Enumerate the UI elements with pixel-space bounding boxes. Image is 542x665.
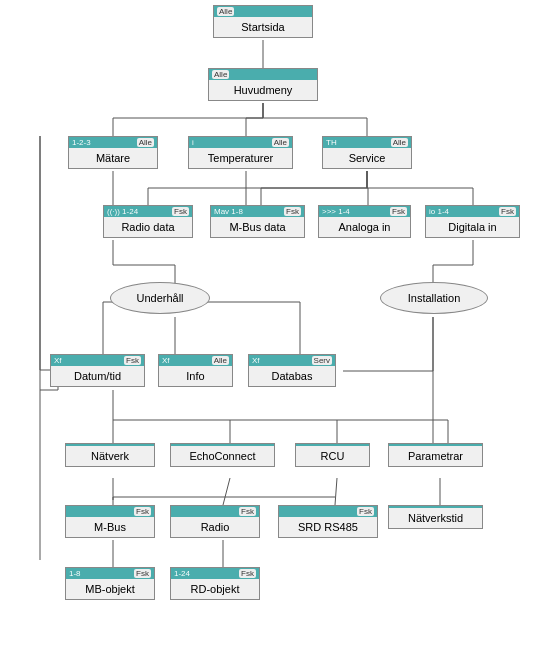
mb-objekt-right: Fsk [134,569,151,578]
rd-objekt-left: 1-24 [174,569,190,578]
srd-rs485-node: Fsk SRD RS485 [278,505,378,538]
radio-node: Fsk Radio [170,505,260,538]
startsida-label: Startsida [214,17,312,37]
rd-objekt-right: Fsk [239,569,256,578]
huvudmeny-header: Alle [209,69,317,80]
digitala-in-left: io 1-4 [429,207,449,216]
mbus-data-header: Mav 1-8 Fsk [211,206,304,217]
info-left: Xf [162,356,170,365]
temperaturer-header: i Alle [189,137,292,148]
radio-header: Fsk [171,506,259,517]
srd-label: SRD RS485 [279,517,377,537]
echo-connect-node: EchoConnect [170,443,275,467]
matare-label: Mätare [69,148,157,168]
matare-left-badge: 1-2-3 [72,138,91,147]
underhall-label: Underhåll [136,292,183,304]
startsida-header: Alle [214,6,312,17]
huvudmeny-label: Huvudmeny [209,80,317,100]
svg-line-5 [223,478,230,505]
temp-left-badge: i [192,138,194,147]
analoga-in-left: >>> 1-4 [322,207,350,216]
digitala-in-right: Fsk [499,207,516,216]
matare-header: 1-2-3 Alle [69,137,157,148]
installation-label: Installation [408,292,461,304]
datum-tid-header: Xf Fsk [51,355,144,366]
info-right: Alle [212,356,229,365]
natverkstid-node: Nätverkstid [388,505,483,529]
diagram: Alle Startsida Alle Huvudmeny 1-2-3 Alle… [0,0,542,665]
databas-right: Serv [312,356,332,365]
huvudmeny-badge: Alle [212,70,229,79]
radio-right: Fsk [239,507,256,516]
service-label: Service [323,148,411,168]
mb-objekt-header: 1-8 Fsk [66,568,154,579]
databas-left: Xf [252,356,260,365]
databas-node: Xf Serv Databas [248,354,336,387]
parametrar-node: Parametrar [388,443,483,467]
digitala-in-header: io 1-4 Fsk [426,206,519,217]
service-header: TH Alle [323,137,411,148]
rd-objekt-node: 1-24 Fsk RD-objekt [170,567,260,600]
echo-connect-label: EchoConnect [171,446,274,466]
mbus-data-label: M-Bus data [211,217,304,237]
srd-header: Fsk [279,506,377,517]
underhall-node: Underhåll [110,282,210,314]
datum-tid-node: Xf Fsk Datum/tid [50,354,145,387]
mbus-data-left: Mav 1-8 [214,207,243,216]
radio-label: Radio [171,517,259,537]
mbus-node: Fsk M-Bus [65,505,155,538]
temperaturer-label: Temperaturer [189,148,292,168]
mbus-right: Fsk [134,507,151,516]
mbus-header: Fsk [66,506,154,517]
installation-node: Installation [380,282,488,314]
radio-data-header: ((·)) 1-24 Fsk [104,206,192,217]
temperaturer-node: i Alle Temperaturer [188,136,293,169]
digitala-in-label: Digitala in [426,217,519,237]
service-left-badge: TH [326,138,337,147]
startsida-node: Alle Startsida [213,5,313,38]
mb-objekt-label: MB-objekt [66,579,154,599]
temp-right-badge: Alle [272,138,289,147]
rcu-node: RCU [295,443,370,467]
rd-objekt-header: 1-24 Fsk [171,568,259,579]
mbus-label: M-Bus [66,517,154,537]
analoga-in-header: >>> 1-4 Fsk [319,206,410,217]
info-label: Info [159,366,232,386]
databas-header: Xf Serv [249,355,335,366]
digitala-in-node: io 1-4 Fsk Digitala in [425,205,520,238]
srd-right: Fsk [357,507,374,516]
datum-tid-left: Xf [54,356,62,365]
parametrar-label: Parametrar [389,446,482,466]
startsida-badge: Alle [217,7,234,16]
natverkstid-label: Nätverkstid [389,508,482,528]
rcu-label: RCU [296,446,369,466]
huvudmeny-node: Alle Huvudmeny [208,68,318,101]
mb-objekt-left: 1-8 [69,569,81,578]
radio-data-right: Fsk [172,207,189,216]
mb-objekt-node: 1-8 Fsk MB-objekt [65,567,155,600]
info-node: Xf Alle Info [158,354,233,387]
rd-objekt-label: RD-objekt [171,579,259,599]
natverk-node: Nätverk [65,443,155,467]
matare-node: 1-2-3 Alle Mätare [68,136,158,169]
analoga-in-right: Fsk [390,207,407,216]
radio-data-left: ((·)) 1-24 [107,207,138,216]
databas-label: Databas [249,366,335,386]
radio-data-node: ((·)) 1-24 Fsk Radio data [103,205,193,238]
natverk-label: Nätverk [66,446,154,466]
svg-line-6 [335,478,337,505]
radio-data-label: Radio data [104,217,192,237]
datum-tid-right: Fsk [124,356,141,365]
matare-right-badge: Alle [137,138,154,147]
datum-tid-label: Datum/tid [51,366,144,386]
mbus-data-node: Mav 1-8 Fsk M-Bus data [210,205,305,238]
service-right-badge: Alle [391,138,408,147]
analoga-in-label: Analoga in [319,217,410,237]
analoga-in-node: >>> 1-4 Fsk Analoga in [318,205,411,238]
info-header: Xf Alle [159,355,232,366]
service-node: TH Alle Service [322,136,412,169]
mbus-data-right: Fsk [284,207,301,216]
